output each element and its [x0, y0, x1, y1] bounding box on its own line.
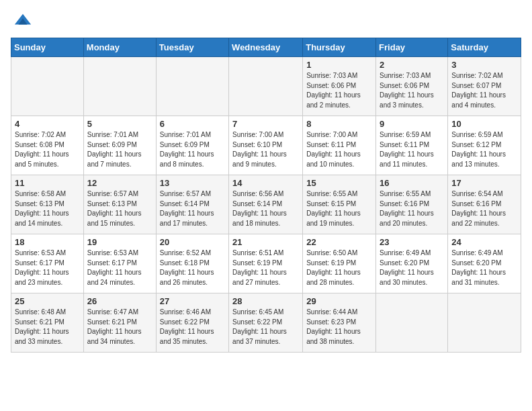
calendar-cell [448, 293, 521, 353]
calendar-table: SundayMondayTuesdayWednesdayThursdayFrid… [11, 38, 521, 353]
col-header-wednesday: Wednesday [229, 38, 303, 57]
calendar-header-row: SundayMondayTuesdayWednesdayThursdayFrid… [11, 38, 521, 57]
calendar-cell: 13Sunrise: 6:57 AM Sunset: 6:14 PM Dayli… [156, 175, 228, 234]
day-number: 15 [306, 178, 372, 188]
calendar-cell: 11Sunrise: 6:58 AM Sunset: 6:13 PM Dayli… [11, 175, 84, 234]
calendar-cell: 2Sunrise: 7:03 AM Sunset: 6:06 PM Daylig… [376, 57, 448, 116]
day-info: Sunrise: 6:57 AM Sunset: 6:14 PM Dayligh… [160, 189, 225, 228]
day-info: Sunrise: 6:54 AM Sunset: 6:16 PM Dayligh… [451, 189, 517, 228]
calendar-cell: 22Sunrise: 6:50 AM Sunset: 6:19 PM Dayli… [303, 234, 376, 293]
calendar-cell: 28Sunrise: 6:45 AM Sunset: 6:22 PM Dayli… [229, 293, 303, 353]
col-header-thursday: Thursday [303, 38, 376, 57]
day-number: 9 [380, 119, 444, 129]
day-number: 20 [160, 237, 225, 247]
col-header-monday: Monday [83, 38, 156, 57]
calendar-cell: 3Sunrise: 7:02 AM Sunset: 6:07 PM Daylig… [448, 57, 521, 116]
calendar-cell: 7Sunrise: 7:00 AM Sunset: 6:10 PM Daylig… [229, 116, 303, 175]
day-number: 28 [232, 296, 299, 306]
day-number: 1 [306, 60, 372, 70]
day-info: Sunrise: 6:47 AM Sunset: 6:21 PM Dayligh… [87, 308, 152, 347]
calendar-cell: 23Sunrise: 6:49 AM Sunset: 6:20 PM Dayli… [376, 234, 448, 293]
day-number: 10 [451, 119, 517, 129]
day-number: 25 [15, 296, 80, 306]
day-info: Sunrise: 6:51 AM Sunset: 6:19 PM Dayligh… [232, 248, 299, 287]
day-info: Sunrise: 6:58 AM Sunset: 6:13 PM Dayligh… [15, 189, 80, 228]
col-header-friday: Friday [376, 38, 448, 57]
calendar-week-row: 1Sunrise: 7:03 AM Sunset: 6:06 PM Daylig… [11, 57, 521, 116]
day-info: Sunrise: 6:55 AM Sunset: 6:16 PM Dayligh… [380, 189, 444, 228]
day-number: 3 [451, 60, 517, 70]
day-number: 5 [87, 119, 152, 129]
calendar-cell: 16Sunrise: 6:55 AM Sunset: 6:16 PM Dayli… [376, 175, 448, 234]
day-info: Sunrise: 7:00 AM Sunset: 6:10 PM Dayligh… [232, 130, 299, 169]
day-info: Sunrise: 7:01 AM Sunset: 6:09 PM Dayligh… [87, 130, 152, 169]
calendar-cell: 8Sunrise: 7:00 AM Sunset: 6:11 PM Daylig… [303, 116, 376, 175]
calendar-cell: 18Sunrise: 6:53 AM Sunset: 6:17 PM Dayli… [11, 234, 84, 293]
calendar-cell: 4Sunrise: 7:02 AM Sunset: 6:08 PM Daylig… [11, 116, 84, 175]
day-number: 7 [232, 119, 299, 129]
day-info: Sunrise: 7:02 AM Sunset: 6:07 PM Dayligh… [451, 71, 517, 110]
calendar-cell: 29Sunrise: 6:44 AM Sunset: 6:23 PM Dayli… [303, 293, 376, 353]
day-info: Sunrise: 7:02 AM Sunset: 6:08 PM Dayligh… [15, 130, 80, 169]
page-header [11, 11, 521, 30]
day-number: 17 [451, 178, 517, 188]
day-info: Sunrise: 6:45 AM Sunset: 6:22 PM Dayligh… [232, 308, 299, 347]
day-number: 21 [232, 237, 299, 247]
day-info: Sunrise: 6:49 AM Sunset: 6:20 PM Dayligh… [380, 248, 444, 287]
calendar-cell: 9Sunrise: 6:59 AM Sunset: 6:11 PM Daylig… [376, 116, 448, 175]
calendar-cell [376, 293, 448, 353]
calendar-cell: 5Sunrise: 7:01 AM Sunset: 6:09 PM Daylig… [83, 116, 156, 175]
day-info: Sunrise: 6:55 AM Sunset: 6:15 PM Dayligh… [306, 189, 372, 228]
day-info: Sunrise: 6:44 AM Sunset: 6:23 PM Dayligh… [306, 308, 372, 347]
calendar-cell: 24Sunrise: 6:49 AM Sunset: 6:20 PM Dayli… [448, 234, 521, 293]
day-info: Sunrise: 7:03 AM Sunset: 6:06 PM Dayligh… [380, 71, 444, 110]
calendar-cell: 21Sunrise: 6:51 AM Sunset: 6:19 PM Dayli… [229, 234, 303, 293]
calendar-cell: 17Sunrise: 6:54 AM Sunset: 6:16 PM Dayli… [448, 175, 521, 234]
day-number: 13 [160, 178, 225, 188]
day-number: 16 [380, 178, 444, 188]
calendar-cell: 26Sunrise: 6:47 AM Sunset: 6:21 PM Dayli… [83, 293, 156, 353]
calendar-week-row: 25Sunrise: 6:48 AM Sunset: 6:21 PM Dayli… [11, 293, 521, 353]
calendar-cell: 12Sunrise: 6:57 AM Sunset: 6:13 PM Dayli… [83, 175, 156, 234]
col-header-saturday: Saturday [448, 38, 521, 57]
day-info: Sunrise: 6:56 AM Sunset: 6:14 PM Dayligh… [232, 189, 299, 228]
calendar-cell [229, 57, 303, 116]
day-info: Sunrise: 6:49 AM Sunset: 6:20 PM Dayligh… [451, 248, 517, 287]
calendar-cell: 25Sunrise: 6:48 AM Sunset: 6:21 PM Dayli… [11, 293, 84, 353]
calendar-cell: 14Sunrise: 6:56 AM Sunset: 6:14 PM Dayli… [229, 175, 303, 234]
day-number: 18 [15, 237, 80, 247]
calendar-cell: 6Sunrise: 7:01 AM Sunset: 6:09 PM Daylig… [156, 116, 228, 175]
calendar-week-row: 4Sunrise: 7:02 AM Sunset: 6:08 PM Daylig… [11, 116, 521, 175]
day-number: 22 [306, 237, 372, 247]
day-info: Sunrise: 6:59 AM Sunset: 6:12 PM Dayligh… [451, 130, 517, 169]
logo-icon [13, 11, 32, 30]
day-info: Sunrise: 6:53 AM Sunset: 6:17 PM Dayligh… [15, 248, 80, 287]
logo [11, 11, 32, 30]
day-info: Sunrise: 6:57 AM Sunset: 6:13 PM Dayligh… [87, 189, 152, 228]
day-info: Sunrise: 6:52 AM Sunset: 6:18 PM Dayligh… [160, 248, 225, 287]
calendar-week-row: 11Sunrise: 6:58 AM Sunset: 6:13 PM Dayli… [11, 175, 521, 234]
day-number: 24 [451, 237, 517, 247]
day-number: 14 [232, 178, 299, 188]
day-info: Sunrise: 7:01 AM Sunset: 6:09 PM Dayligh… [160, 130, 225, 169]
calendar-week-row: 18Sunrise: 6:53 AM Sunset: 6:17 PM Dayli… [11, 234, 521, 293]
day-number: 26 [87, 296, 152, 306]
day-number: 8 [306, 119, 372, 129]
col-header-tuesday: Tuesday [156, 38, 228, 57]
calendar-cell [83, 57, 156, 116]
day-number: 23 [380, 237, 444, 247]
day-info: Sunrise: 6:50 AM Sunset: 6:19 PM Dayligh… [306, 248, 372, 287]
day-number: 4 [15, 119, 80, 129]
day-info: Sunrise: 6:53 AM Sunset: 6:17 PM Dayligh… [87, 248, 152, 287]
calendar-cell: 1Sunrise: 7:03 AM Sunset: 6:06 PM Daylig… [303, 57, 376, 116]
calendar-cell [11, 57, 84, 116]
day-number: 11 [15, 178, 80, 188]
day-number: 27 [160, 296, 225, 306]
day-info: Sunrise: 7:00 AM Sunset: 6:11 PM Dayligh… [306, 130, 372, 169]
day-number: 12 [87, 178, 152, 188]
calendar-cell [156, 57, 228, 116]
day-number: 2 [380, 60, 444, 70]
day-number: 19 [87, 237, 152, 247]
day-info: Sunrise: 6:59 AM Sunset: 6:11 PM Dayligh… [380, 130, 444, 169]
col-header-sunday: Sunday [11, 38, 84, 57]
